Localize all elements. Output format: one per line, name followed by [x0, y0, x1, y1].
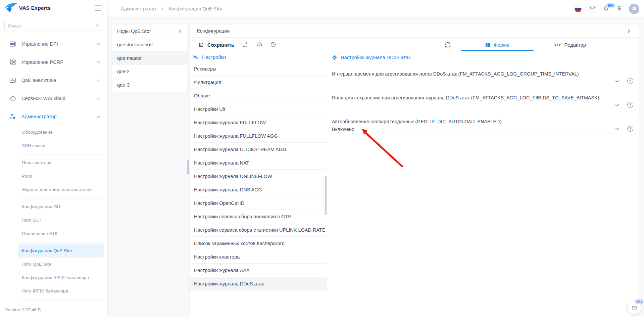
help-icon[interactable]: ? [627, 126, 633, 132]
field-geoip-autoload: Автообновление словаря геоданных (GEO_IP… [332, 119, 639, 134]
submenu-item-user-action-log[interactable]: Журнал действий пользователей [18, 183, 104, 196]
settings-nav-item[interactable]: Настройки OpenCellID [190, 196, 327, 210]
topbar-actions: 99+ JS [574, 0, 639, 17]
settings-nav-item[interactable]: Настройки журнала CLICKSTREAM AGG [190, 143, 327, 156]
settings-nav-item[interactable]: Настройки журнала FULLFLOW [190, 116, 327, 129]
configuration-title: Конфигурация [197, 28, 230, 34]
submenu-item-qoe-stor-logs[interactable]: Логи QoE Stor [18, 258, 104, 271]
bug-report-icon[interactable] [616, 5, 623, 12]
submenu-item-roles[interactable]: Роли [18, 170, 104, 183]
submenu-item-qoe-stor-config[interactable]: Конфигурация QoE Stor [18, 244, 104, 258]
chevron-down-icon [615, 127, 620, 131]
settings-nav-item[interactable]: Настройки кластера [190, 250, 327, 264]
chevron-down-icon [96, 78, 101, 83]
chevron-down-icon [615, 103, 620, 107]
settings-nav-item[interactable]: Настройки сервиса сбора статистики UPLIN… [190, 223, 327, 237]
settings-nav-item[interactable]: Общие [190, 89, 327, 102]
help-icon[interactable]: ? [627, 102, 633, 108]
settings-nav-item[interactable]: Настройки журнала DNS AGG [190, 183, 327, 196]
submenu-divider [18, 300, 104, 300]
submenu-item-ssh-keys[interactable]: SSH ключи [18, 139, 104, 152]
clear-search-icon[interactable]: ✕ [96, 23, 99, 28]
field-label: Поля для сохранения при агрегировании жу… [332, 95, 639, 100]
breadcrumb-chevron-icon [160, 7, 164, 11]
search-input[interactable] [4, 21, 102, 31]
brand-name: VAS Experts [19, 5, 51, 11]
sidebar-nav: Управление DPI Управление PCRF QoE анали… [0, 35, 107, 126]
agg-log-interval-select[interactable] [332, 77, 622, 86]
nodes-panel: Ноды QoE Stor qoestor.localhost qoe-mast… [112, 25, 187, 92]
sidebar-item-label: Управление PCRF [21, 59, 96, 65]
collapse-panel-icon[interactable] [178, 29, 183, 34]
history-icon[interactable] [270, 42, 276, 48]
notifications-bell[interactable]: 99+ [602, 5, 609, 12]
form-section-title: Настройки журнала DDoS атак [341, 55, 410, 60]
chat-badge: 99+ [635, 299, 644, 304]
node-item[interactable]: qoestor.localhost [112, 38, 187, 51]
settings-nav-item[interactable]: Ресиверы [190, 62, 327, 76]
submenu-item-ipfix-balancer-config[interactable]: Конфигурация IPFIX-балансира [18, 271, 104, 284]
settings-nav-item-selected[interactable]: Настройки журнала DDoS атак [190, 277, 327, 290]
repeat-icon[interactable] [242, 42, 248, 48]
geoip-autoload-select[interactable]: Включено [332, 124, 622, 134]
save-button[interactable]: Сохранить [198, 42, 234, 48]
settings-nav-item[interactable]: Настройки журнала NAT [190, 156, 327, 170]
sidebar-item-administrator[interactable]: Администратор [0, 107, 107, 126]
top-bar: Администратор Конфигурация QoE Stor 99+ … [107, 0, 644, 18]
fields-to-save-select[interactable] [332, 100, 622, 110]
tab-form[interactable]: Форма [461, 38, 534, 52]
settings-nav-item[interactable]: Настройки сервиса сбора аномалий в GTP [190, 210, 327, 223]
configuration-header: Конфигурация [190, 25, 639, 38]
settings-nav-item[interactable]: Фильтрация [190, 76, 327, 89]
refresh-icon[interactable] [445, 42, 451, 48]
submenu-item-equipment[interactable]: Оборудование [18, 126, 104, 139]
sidebar-item-vas-cloud[interactable]: Сервисы VAS cloud [0, 89, 107, 107]
sidebar-item-pcrf[interactable]: Управление PCRF [0, 53, 107, 71]
chevron-down-icon [96, 60, 101, 64]
chevron-up-icon [96, 115, 101, 119]
node-item[interactable]: qoe-3 [112, 78, 187, 92]
panel-scrollbar-thumb[interactable] [187, 160, 189, 174]
menu-toggle-icon[interactable] [95, 5, 101, 12]
nodes-panel-header: Ноды QoE Stor [112, 25, 187, 38]
servers-icon [9, 41, 16, 47]
submenu-item-gui-config[interactable]: Конфигурация GUI [18, 200, 104, 214]
sidebar-item-dpi[interactable]: Управление DPI [0, 35, 107, 53]
cloud-icon [9, 95, 16, 102]
save-button-label: Сохранить [207, 42, 234, 48]
submenu-divider [18, 242, 104, 242]
sidebar-item-qoe-analytics[interactable]: QoE аналитика [0, 71, 107, 89]
avatar[interactable]: JS [629, 4, 639, 14]
configuration-toolbar: Сохранить Форма </> Редактор [190, 38, 639, 52]
tab-editor[interactable]: </> Редактор [534, 38, 606, 52]
sidebar-item-label: Сервисы VAS cloud [21, 96, 96, 101]
admin-user-gear-icon [9, 113, 16, 120]
breadcrumb-item-administrator[interactable]: Администратор [121, 6, 156, 11]
settings-nav-item[interactable]: Настройки Ulr [190, 102, 327, 116]
help-icon[interactable]: ? [627, 78, 633, 84]
chevron-down-icon [96, 42, 101, 46]
chevron-down-icon [96, 96, 101, 101]
submenu-item-gui-logs[interactable]: Логи GUI [18, 214, 104, 227]
node-item-selected[interactable]: qoe-master [112, 51, 187, 65]
node-item[interactable]: qoe-2 [112, 65, 187, 78]
mail-icon[interactable] [589, 5, 596, 12]
sidebar: VAS Experts ✕ Управление DPI Управление … [0, 0, 107, 317]
settings-nav-item[interactable]: Список зараженных хостов Касперского [190, 237, 327, 250]
submenu-item-users[interactable]: Пользователи [18, 156, 104, 170]
chevron-down-icon [615, 79, 620, 84]
cloud-download-icon[interactable] [256, 41, 262, 48]
submenu-item-ipfix-balancer-logs[interactable]: Логи IPFIX-балансира [18, 284, 104, 298]
settings-nav-item[interactable]: Настройки журнала FULLFLOW AGG [190, 129, 327, 143]
sidebar-item-label: QoE аналитика [21, 78, 96, 83]
settings-nav-title: Настройки [202, 54, 226, 60]
settings-nav-item[interactable]: Настройки журнала AAA [190, 264, 327, 277]
chat-widget-button[interactable]: 99+ [628, 301, 641, 314]
breadcrumb-item-current: Конфигурация QoE Stor [168, 6, 222, 11]
breadcrumb: Администратор Конфигурация QoE Stor [121, 0, 222, 17]
submenu-item-gui-update[interactable]: Обновление GUI [18, 227, 104, 240]
settings-nav-item[interactable]: Настройки журнала ONLINEFLOW [190, 170, 327, 183]
expand-panel-icon[interactable] [626, 29, 631, 34]
language-flag-icon[interactable] [574, 4, 583, 13]
settings-nav-scrollbar-thumb[interactable] [325, 176, 327, 215]
